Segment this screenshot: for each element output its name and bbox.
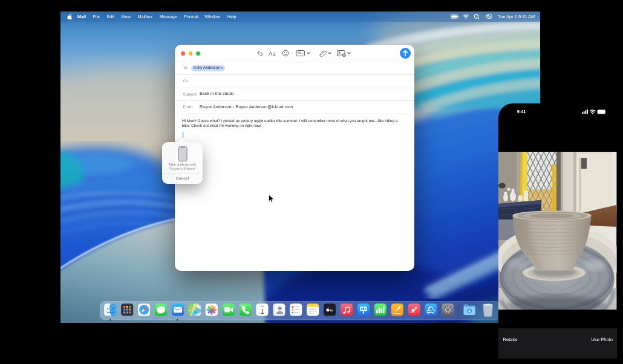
svg-text:TUE: TUE: [260, 305, 265, 308]
svg-text:tv: tv: [330, 308, 333, 312]
svg-text:1: 1: [260, 308, 264, 316]
svg-text:9:41 AM: 9:41 AM: [518, 14, 535, 19]
svg-text:Aa: Aa: [269, 51, 276, 57]
svg-text:Tue Apr 1: Tue Apr 1: [498, 14, 517, 19]
